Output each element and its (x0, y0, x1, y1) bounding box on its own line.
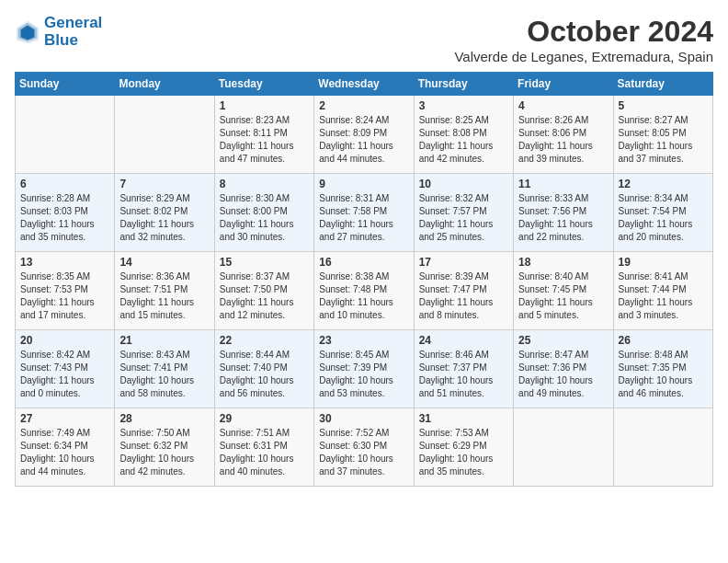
day-number: 22 (220, 334, 309, 347)
day-info: Sunrise: 8:34 AMSunset: 7:54 PMDaylight:… (619, 192, 708, 244)
logo-text: General Blue (44, 15, 102, 49)
calendar-cell: 23Sunrise: 8:45 AMSunset: 7:39 PMDayligh… (314, 330, 414, 408)
column-header-tuesday: Tuesday (214, 73, 313, 96)
calendar-header-row: SundayMondayTuesdayWednesdayThursdayFrid… (16, 73, 713, 96)
day-info: Sunrise: 8:24 AMSunset: 8:09 PMDaylight:… (319, 114, 408, 166)
day-number: 12 (619, 178, 708, 190)
day-info: Sunrise: 8:47 AMSunset: 7:36 PMDaylight:… (518, 349, 608, 400)
day-info: Sunrise: 7:50 AMSunset: 6:32 PMDaylight:… (119, 427, 209, 478)
calendar-cell: 10Sunrise: 8:32 AMSunset: 7:57 PMDayligh… (414, 174, 513, 252)
calendar-cell (613, 408, 712, 487)
day-info: Sunrise: 8:42 AMSunset: 7:43 PMDaylight:… (20, 349, 109, 400)
calendar-cell: 2Sunrise: 8:24 AMSunset: 8:09 PMDaylight… (314, 96, 414, 174)
column-header-saturday: Saturday (613, 73, 712, 96)
calendar-cell: 8Sunrise: 8:30 AMSunset: 8:00 PMDaylight… (214, 174, 313, 252)
day-info: Sunrise: 8:46 AMSunset: 7:37 PMDaylight:… (419, 349, 508, 400)
day-info: Sunrise: 8:26 AMSunset: 8:06 PMDaylight:… (518, 114, 608, 166)
day-number: 16 (319, 256, 408, 269)
month-title: October 2024 (454, 15, 713, 49)
day-number: 5 (619, 99, 708, 112)
day-info: Sunrise: 7:51 AMSunset: 6:31 PMDaylight:… (220, 427, 309, 478)
day-info: Sunrise: 8:36 AMSunset: 7:51 PMDaylight:… (119, 270, 209, 322)
day-info: Sunrise: 8:44 AMSunset: 7:40 PMDaylight:… (220, 349, 309, 400)
day-number: 17 (419, 256, 508, 269)
calendar-week-row: 1Sunrise: 8:23 AMSunset: 8:11 PMDaylight… (16, 96, 713, 174)
day-number: 25 (518, 334, 608, 347)
calendar-cell: 16Sunrise: 8:38 AMSunset: 7:48 PMDayligh… (314, 252, 414, 330)
day-info: Sunrise: 8:32 AMSunset: 7:57 PMDaylight:… (419, 192, 508, 244)
column-header-wednesday: Wednesday (314, 73, 414, 96)
calendar-cell: 12Sunrise: 8:34 AMSunset: 7:54 PMDayligh… (613, 174, 712, 252)
day-number: 6 (20, 178, 109, 190)
day-number: 24 (419, 334, 508, 347)
day-info: Sunrise: 8:30 AMSunset: 8:00 PMDaylight:… (220, 192, 309, 244)
day-number: 26 (619, 334, 708, 347)
calendar-week-row: 6Sunrise: 8:28 AMSunset: 8:03 PMDaylight… (16, 174, 713, 252)
day-number: 11 (518, 178, 608, 190)
column-header-thursday: Thursday (414, 73, 513, 96)
calendar-cell: 28Sunrise: 7:50 AMSunset: 6:32 PMDayligh… (115, 408, 214, 487)
day-info: Sunrise: 8:37 AMSunset: 7:50 PMDaylight:… (220, 270, 309, 322)
calendar-cell: 9Sunrise: 8:31 AMSunset: 7:58 PMDaylight… (314, 174, 414, 252)
calendar-cell (115, 96, 214, 174)
day-info: Sunrise: 7:53 AMSunset: 6:29 PMDaylight:… (419, 427, 508, 478)
calendar-cell: 29Sunrise: 7:51 AMSunset: 6:31 PMDayligh… (214, 408, 313, 487)
day-number: 1 (220, 99, 309, 112)
day-number: 30 (319, 412, 408, 425)
calendar-cell: 5Sunrise: 8:27 AMSunset: 8:05 PMDaylight… (613, 96, 712, 174)
day-info: Sunrise: 8:43 AMSunset: 7:41 PMDaylight:… (119, 349, 209, 400)
day-number: 28 (119, 412, 209, 425)
day-info: Sunrise: 8:29 AMSunset: 8:02 PMDaylight:… (119, 192, 209, 244)
day-info: Sunrise: 8:39 AMSunset: 7:47 PMDaylight:… (419, 270, 508, 322)
calendar-cell: 4Sunrise: 8:26 AMSunset: 8:06 PMDaylight… (514, 96, 613, 174)
day-info: Sunrise: 8:23 AMSunset: 8:11 PMDaylight:… (220, 114, 309, 166)
calendar-cell: 22Sunrise: 8:44 AMSunset: 7:40 PMDayligh… (214, 330, 313, 408)
calendar-cell: 6Sunrise: 8:28 AMSunset: 8:03 PMDaylight… (16, 174, 115, 252)
calendar-cell: 27Sunrise: 7:49 AMSunset: 6:34 PMDayligh… (16, 408, 115, 487)
day-number: 4 (518, 99, 608, 112)
day-number: 31 (419, 412, 508, 425)
calendar-cell: 13Sunrise: 8:35 AMSunset: 7:53 PMDayligh… (16, 252, 115, 330)
calendar-cell: 31Sunrise: 7:53 AMSunset: 6:29 PMDayligh… (414, 408, 513, 487)
day-info: Sunrise: 7:49 AMSunset: 6:34 PMDaylight:… (20, 427, 109, 478)
calendar-cell: 11Sunrise: 8:33 AMSunset: 7:56 PMDayligh… (514, 174, 613, 252)
day-number: 21 (119, 334, 209, 347)
day-info: Sunrise: 8:35 AMSunset: 7:53 PMDaylight:… (20, 270, 109, 322)
logo: General Blue (15, 15, 102, 49)
day-info: Sunrise: 8:41 AMSunset: 7:44 PMDaylight:… (619, 270, 708, 322)
day-number: 2 (319, 99, 408, 112)
calendar-cell: 17Sunrise: 8:39 AMSunset: 7:47 PMDayligh… (414, 252, 513, 330)
day-number: 18 (518, 256, 608, 269)
day-number: 20 (20, 334, 109, 347)
column-header-monday: Monday (115, 73, 214, 96)
header: General Blue October 2024 Valverde de Le… (15, 15, 713, 64)
calendar-cell: 14Sunrise: 8:36 AMSunset: 7:51 PMDayligh… (115, 252, 214, 330)
logo-icon (15, 19, 40, 45)
calendar-cell: 3Sunrise: 8:25 AMSunset: 8:08 PMDaylight… (414, 96, 513, 174)
column-header-friday: Friday (514, 73, 613, 96)
calendar-cell: 1Sunrise: 8:23 AMSunset: 8:11 PMDaylight… (214, 96, 313, 174)
calendar-cell: 15Sunrise: 8:37 AMSunset: 7:50 PMDayligh… (214, 252, 313, 330)
day-number: 9 (319, 178, 408, 190)
day-number: 14 (119, 256, 209, 269)
day-info: Sunrise: 8:27 AMSunset: 8:05 PMDaylight:… (619, 114, 708, 166)
calendar-cell: 30Sunrise: 7:52 AMSunset: 6:30 PMDayligh… (314, 408, 414, 487)
day-number: 15 (220, 256, 309, 269)
calendar-cell: 18Sunrise: 8:40 AMSunset: 7:45 PMDayligh… (514, 252, 613, 330)
calendar-cell (514, 408, 613, 487)
day-number: 8 (220, 178, 309, 190)
day-info: Sunrise: 7:52 AMSunset: 6:30 PMDaylight:… (319, 427, 408, 478)
day-info: Sunrise: 8:33 AMSunset: 7:56 PMDaylight:… (518, 192, 608, 244)
day-number: 7 (119, 178, 209, 190)
calendar-week-row: 20Sunrise: 8:42 AMSunset: 7:43 PMDayligh… (16, 330, 713, 408)
day-info: Sunrise: 8:31 AMSunset: 7:58 PMDaylight:… (319, 192, 408, 244)
day-number: 19 (619, 256, 708, 269)
calendar-cell: 20Sunrise: 8:42 AMSunset: 7:43 PMDayligh… (16, 330, 115, 408)
calendar-cell: 7Sunrise: 8:29 AMSunset: 8:02 PMDaylight… (115, 174, 214, 252)
day-number: 10 (419, 178, 508, 190)
calendar-cell: 25Sunrise: 8:47 AMSunset: 7:36 PMDayligh… (514, 330, 613, 408)
day-number: 13 (20, 256, 109, 269)
calendar-cell: 26Sunrise: 8:48 AMSunset: 7:35 PMDayligh… (613, 330, 712, 408)
day-number: 29 (220, 412, 309, 425)
calendar-cell: 24Sunrise: 8:46 AMSunset: 7:37 PMDayligh… (414, 330, 513, 408)
